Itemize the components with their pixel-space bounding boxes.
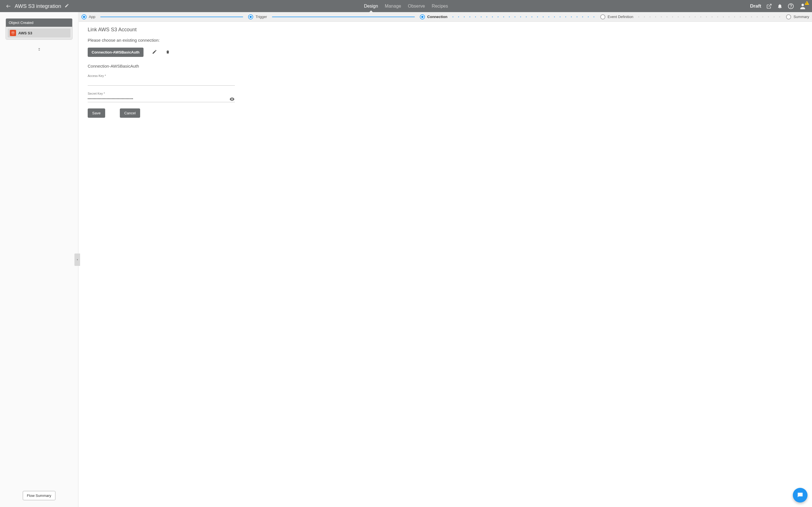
tab-label: Design: [364, 4, 378, 9]
user-avatar-icon[interactable]: [799, 3, 806, 10]
svg-point-4: [802, 4, 804, 6]
tab-label: Recipes: [432, 4, 448, 9]
svg-line-1: [769, 4, 771, 6]
tab-recipes[interactable]: Recipes: [432, 0, 448, 12]
tab-label: Manage: [385, 4, 401, 9]
tab-label: Observe: [408, 4, 425, 9]
back-arrow-icon[interactable]: [6, 3, 11, 9]
warning-icon: [805, 1, 809, 5]
svg-point-3: [791, 7, 791, 8]
tab-manage[interactable]: Manage: [385, 0, 401, 12]
page-title: AWS S3 integration: [15, 3, 61, 9]
open-external-icon[interactable]: [766, 3, 772, 9]
bell-icon[interactable]: [777, 3, 783, 9]
header-tabs: Design Manage Observe Recipes: [364, 0, 448, 12]
app-header: AWS S3 integration Design Manage Observe…: [0, 0, 812, 12]
edit-title-icon[interactable]: [64, 3, 69, 9]
tab-observe[interactable]: Observe: [408, 0, 425, 12]
help-icon[interactable]: [788, 3, 794, 9]
tab-design[interactable]: Design: [364, 0, 378, 12]
status-badge: Draft: [750, 3, 761, 9]
